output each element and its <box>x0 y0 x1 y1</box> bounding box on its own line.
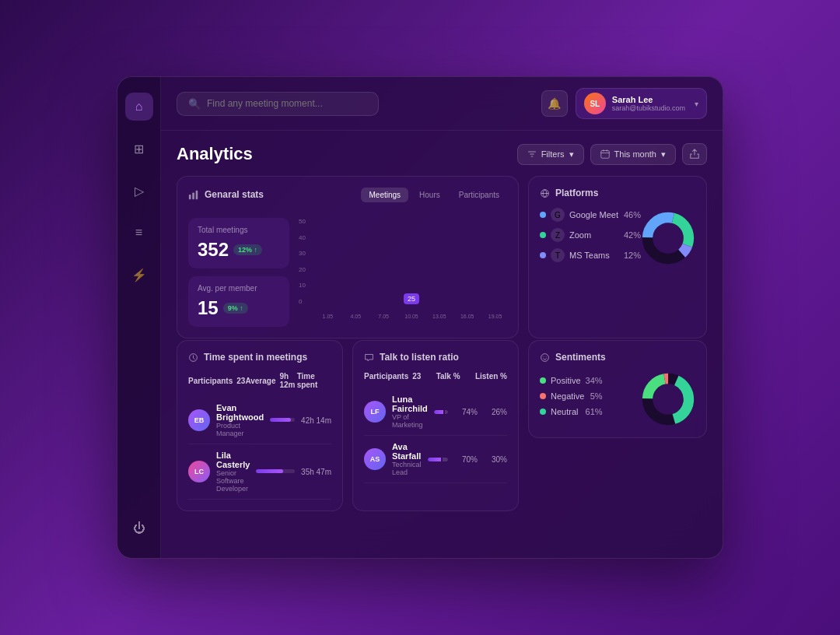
svg-point-10 <box>541 353 549 361</box>
sentiment-positive: Positive 34% <box>540 376 603 385</box>
sentiments-donut-chart <box>641 372 695 426</box>
svg-rect-0 <box>600 151 609 159</box>
bar-label: 1.05 <box>323 314 334 319</box>
sidebar-item-play[interactable]: ▷ <box>125 177 153 205</box>
platforms-card: Platforms G Google Meet 46% <box>528 176 707 339</box>
svg-rect-3 <box>196 190 198 198</box>
evan-progress-fill <box>270 418 291 422</box>
bar-col: 4.05 <box>344 310 368 319</box>
time-icon <box>188 353 198 363</box>
time-spent-title: Time spent in meetings <box>188 352 331 363</box>
bar-label: 7.05 <box>378 314 389 319</box>
talk-bar-0 <box>434 410 448 414</box>
sentiment-negative: Negative 5% <box>540 391 603 401</box>
sentiment-icon <box>540 353 550 363</box>
tab-meetings[interactable]: Meetings <box>361 188 408 202</box>
platforms-donut-chart <box>641 211 695 265</box>
bar-label: 4.05 <box>350 314 361 319</box>
google-meet-dot <box>540 212 546 218</box>
this-month-button[interactable]: This month ▾ <box>590 144 676 165</box>
positive-dot <box>540 377 546 384</box>
avg-badge: 9% ↑ <box>223 303 248 314</box>
search-bar[interactable]: 🔍 <box>177 92 379 116</box>
time-spent-label: Time spent <box>297 372 331 389</box>
search-icon: 🔍 <box>188 98 201 110</box>
talk-listen-title: Talk to listen ratio <box>364 352 507 363</box>
talk-avatar-0: LF <box>364 401 386 423</box>
sentiments-inner: Positive 34% Negative 5% <box>540 372 695 426</box>
total-meetings-badge: 12% ↑ <box>233 244 262 255</box>
svg-point-14 <box>648 379 689 420</box>
total-meetings-box: Total meetings 352 12% ↑ <box>188 218 289 268</box>
sidebar-item-list[interactable]: ≡ <box>125 219 153 247</box>
total-meetings-value: 352 12% ↑ <box>198 239 280 261</box>
lila-progress <box>256 469 295 475</box>
zoom-icon: Z <box>551 228 565 242</box>
talk-subtitle-row: Participants 23 Talk % Listen % <box>364 372 507 381</box>
bar-chart-icon <box>188 189 199 200</box>
filter-icon <box>527 149 537 159</box>
share-button[interactable] <box>682 143 707 165</box>
time-spent-card: Time spent in meetings Participants 23 A… <box>177 340 343 511</box>
bell-icon: 🔔 <box>548 97 561 110</box>
page-title: Analytics <box>177 144 253 164</box>
msteams-dot <box>540 252 546 258</box>
evan-progress <box>270 418 295 423</box>
user-badge[interactable]: SL Sarah Lee sarah@tubikstudio.com ▾ <box>576 88 707 119</box>
talk-row-0: LF Luna Fairchild VP of Marketing 74% 26… <box>364 388 507 436</box>
general-stats-title: Genaral stats <box>188 189 264 200</box>
user-info: Sarah Lee sarah@tubikstudio.com <box>612 95 685 112</box>
talk-avatar-1: AS <box>364 448 386 470</box>
lila-avatar: LC <box>188 461 210 482</box>
svg-point-8 <box>648 218 689 259</box>
talk-progress-0 <box>434 410 448 414</box>
bar-col: 7.05 <box>372 310 396 319</box>
y-axis: 50 40 30 20 10 0 <box>299 218 306 305</box>
evan-time: 42h 14m <box>301 416 331 425</box>
evan-avatar: EB <box>188 409 210 431</box>
lila-info: Lila Casterly Senior Software Developer <box>216 451 250 493</box>
top-row: Genaral stats Meetings Hours Participant… <box>177 176 707 339</box>
avatar: SL <box>584 93 606 114</box>
tab-hours[interactable]: Hours <box>411 188 448 202</box>
tooltip: 25 <box>404 293 419 304</box>
svg-rect-2 <box>192 192 194 199</box>
talk-icon <box>364 353 374 363</box>
bell-button[interactable]: 🔔 <box>541 90 568 117</box>
stats-left: Total meetings 352 12% ↑ Avg. per member… <box>188 218 289 327</box>
sidebar-item-power[interactable]: ⏻ <box>125 514 153 542</box>
right-column: Sentiments Positive 34% <box>528 340 707 511</box>
user-name: Sarah Lee <box>612 95 685 104</box>
bar-col: 19.05 <box>483 310 507 319</box>
sidebar-item-home[interactable]: ⌂ <box>125 93 153 121</box>
search-input[interactable] <box>207 98 367 109</box>
main-content: 🔍 🔔 SL Sarah Lee sarah@tubikstudio.com ▾ <box>161 77 723 558</box>
chart-bars: 50 40 30 20 10 0 1.054.057.052510.0513.0… <box>316 218 507 319</box>
header-right: 🔔 SL Sarah Lee sarah@tubikstudio.com ▾ <box>541 88 707 119</box>
sidebar-item-grid[interactable]: ⊞ <box>125 135 153 163</box>
zoom-dot <box>540 232 546 238</box>
page-body: Analytics Filters ▾ This <box>161 131 723 558</box>
talk-info-0: Luna Fairchild VP of Marketing <box>392 395 428 429</box>
time-participants: Participants 23 <box>188 377 245 385</box>
neutral-dot <box>540 409 546 415</box>
general-stats-card: Genaral stats Meetings Hours Participant… <box>177 176 519 339</box>
bar-col: 16.05 <box>455 310 479 319</box>
filters-button[interactable]: Filters ▾ <box>517 144 584 165</box>
platforms-icon <box>540 188 550 198</box>
stats-inner: Total meetings 352 12% ↑ Avg. per member… <box>188 218 507 327</box>
bars-container: 1.054.057.052510.0513.0516.0519.05 <box>316 233 507 319</box>
bar-col: 2510.05 <box>400 310 424 319</box>
chevron-down-icon: ▾ <box>661 149 666 160</box>
avg-per-member-box: Avg. per member 15 9% ↑ <box>188 276 289 327</box>
talk-info-1: Ava Starfall Technical Lead <box>392 442 422 476</box>
msteams-icon: T <box>551 248 565 262</box>
lila-time: 35h 47m <box>301 468 331 476</box>
tab-participants[interactable]: Participants <box>451 188 507 202</box>
sentiments-card: Sentiments Positive 34% <box>528 340 707 438</box>
page-header: Analytics Filters ▾ This <box>177 143 707 165</box>
negative-dot <box>540 393 546 399</box>
sidebar-item-lightning[interactable]: ⚡ <box>125 261 153 289</box>
bar-col: 13.05 <box>427 310 451 319</box>
evan-info: Evan Brightwood Product Manager <box>216 403 264 437</box>
